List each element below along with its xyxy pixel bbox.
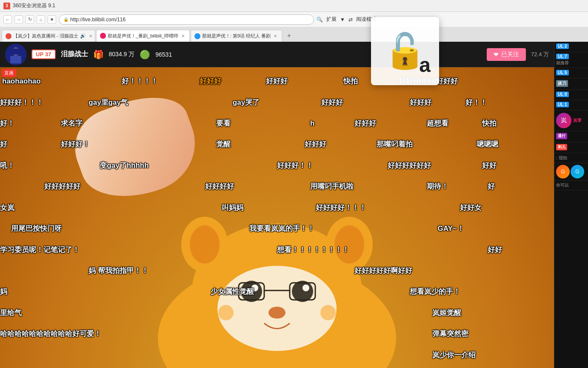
username: 泪腺战士 (61, 50, 88, 59)
sidebar-item-langzero[interactable]: 岚 岚零 (554, 110, 588, 131)
address-url: http://live.bilibili.com/116 (70, 17, 126, 23)
user-avatar-1: G (556, 165, 570, 178)
arrow-icon: ▼ (340, 17, 345, 23)
svg-point-8 (190, 225, 220, 264)
sidebar-item-ul2[interactable]: UL 2 (554, 42, 588, 52)
xiandpai-label: : 现拍 (556, 155, 567, 160)
tab-1[interactable]: 【岚少】岚色直播间 - 泪腺战士 🔊 ✕ (2, 30, 95, 42)
up-label: UP (36, 51, 43, 58)
plushie-svg (149, 189, 405, 368)
browser-icon: 3 (3, 3, 10, 9)
bookmark-button[interactable]: ★ (48, 15, 56, 24)
svg-point-14 (303, 285, 309, 291)
bados-badge: 拔刀 (556, 80, 568, 87)
follow-label: 已关注 (501, 51, 519, 58)
letter-a: a (419, 53, 431, 77)
nav-right-buttons: 🔍 扩展 ▼ ⇄ 阅读模式 (317, 16, 377, 23)
follow-button[interactable]: ❤ 已关注 (487, 48, 526, 61)
browser-tabs: 【岚少】岚色直播间 - 泪腺战士 🔊 ✕ 那就是声优！_番剧_bilibili_… (0, 27, 588, 42)
svg-point-20 (320, 305, 336, 320)
svg-point-3 (11, 48, 20, 55)
lock-overlay: 🔓 a (371, 17, 439, 85)
stream-content: 直播 haohaohao 好！！！！ 好好好 好好好 快拍 好好HHHHI好好好… (0, 67, 554, 368)
sidebar-item-user-avatars[interactable]: G G (554, 163, 588, 181)
coin-icon: 🟢 (140, 49, 150, 60)
tab-1-mute-icon: 🔊 (80, 33, 86, 39)
sidebar-item-nikeke[interactable]: 你可以 (554, 181, 588, 190)
svg-point-19 (218, 305, 234, 320)
up-badge: UP 37 (31, 49, 56, 59)
new-tab-button[interactable]: + (283, 30, 295, 42)
tab-1-label: 【岚少】岚色直播间 - 泪腺战士 (13, 33, 78, 39)
avatar (5, 44, 26, 65)
tab-2-close[interactable]: ✕ (180, 33, 186, 39)
ul1-badge: UL 1 (556, 102, 569, 107)
home-button[interactable]: ⌂ (37, 15, 45, 24)
sidebar-item-xiandpai[interactable]: : 现拍 (554, 153, 588, 163)
tab-3-close[interactable]: ✕ (272, 33, 278, 39)
tab-3-icon (194, 33, 200, 39)
nikeke-label: 你可以 (556, 183, 569, 187)
user-bar: UP 37 泪腺战士 🎁 8034.9 万 🟢 96531 ❤ 已关注 72.4… (0, 42, 554, 67)
sidebar-item-tongxing[interactable]: 通行 (554, 131, 588, 142)
svg-point-11 (241, 281, 262, 302)
svg-point-18 (268, 307, 285, 319)
search-icon: 🔍 (317, 17, 323, 23)
right-sidebar: UL 2 UL 7 就推荐 UL 5 拔刀 UL 0 UL 1 岚 岚零 通行 … (554, 42, 588, 368)
svg-rect-2 (10, 56, 21, 63)
langzero-avatar: 岚 (556, 113, 571, 128)
address-bar[interactable]: 🔒 http://live.bilibili.com/116 (59, 14, 314, 25)
svg-point-13 (251, 285, 258, 291)
tab-3[interactable]: 那就是声优！: 第9话 经纪人 番剧 ✕ (191, 30, 282, 42)
svg-point-12 (292, 281, 313, 302)
extension-label[interactable]: 扩展 (326, 16, 337, 23)
stream-area: UP 37 泪腺战士 🎁 8034.9 万 🟢 96531 ❤ 已关注 72.4… (0, 42, 554, 368)
up-number: 37 (45, 51, 51, 58)
browser-titlebar: 3 360安全浏览器 9.1 (0, 0, 588, 12)
browser-navbar: ← → ↻ ⌂ ★ 🔒 http://live.bilibili.com/116… (0, 12, 588, 27)
refresh-button[interactable]: ↻ (26, 15, 34, 24)
browser-title: 360安全浏览器 9.1 (13, 2, 55, 9)
heart-icon: ❤ (494, 51, 499, 58)
tab-2-label: 那就是声优！_番剧_bilibili_哔哩哔 (108, 33, 178, 39)
gift-icon: 🎁 (93, 49, 104, 60)
ul7-badge: UL 7 (556, 54, 569, 59)
main-area: UP 37 泪腺战士 🎁 8034.9 万 🟢 96531 ❤ 已关注 72.4… (0, 42, 588, 368)
tab-2[interactable]: 那就是声优！_番剧_bilibili_哔哩哔 ✕ (96, 30, 190, 42)
ul7-text: 就推荐 (556, 60, 586, 66)
ul2-badge: UL 2 (556, 43, 569, 49)
address-lock-icon: 🔒 (63, 17, 69, 22)
back-button[interactable]: ← (3, 15, 12, 24)
gift-count: 8034.9 万 (109, 51, 135, 58)
sidebar-item-ul5[interactable]: UL 5 (554, 68, 588, 78)
tab-3-label: 那就是声优！: 第9话 经纪人 番剧 (202, 33, 271, 39)
online-count: 96531 (155, 51, 172, 58)
langzero-label: 岚零 (573, 118, 582, 124)
tab-1-icon (6, 33, 11, 39)
sidebar-item-ul0[interactable]: UL 0 (554, 90, 588, 100)
sidebar-item-ul1[interactable]: UL 1 (554, 100, 588, 110)
ci-badge: 刺儿 (556, 144, 567, 150)
tab-2-icon (100, 33, 106, 39)
forward-button[interactable]: → (14, 15, 23, 24)
tongxing-badge: 通行 (556, 133, 567, 139)
ul5-badge: UL 5 (556, 70, 569, 75)
sidebar-item-bados[interactable]: 拔刀 (554, 78, 588, 90)
streaming-label: 直播 (2, 69, 16, 77)
user-avatar-2: G (571, 165, 584, 178)
sidebar-item-ci[interactable]: 刺儿 (554, 142, 588, 153)
sidebar-item-ul7[interactable]: UL 7 就推荐 (554, 52, 588, 68)
svg-point-9 (334, 225, 364, 264)
sync-label: ⇄ (348, 17, 353, 23)
follow-count: 72.4 万 (531, 51, 549, 58)
ul0-badge: UL 0 (556, 92, 569, 97)
tab-1-close[interactable]: ✕ (88, 33, 94, 39)
